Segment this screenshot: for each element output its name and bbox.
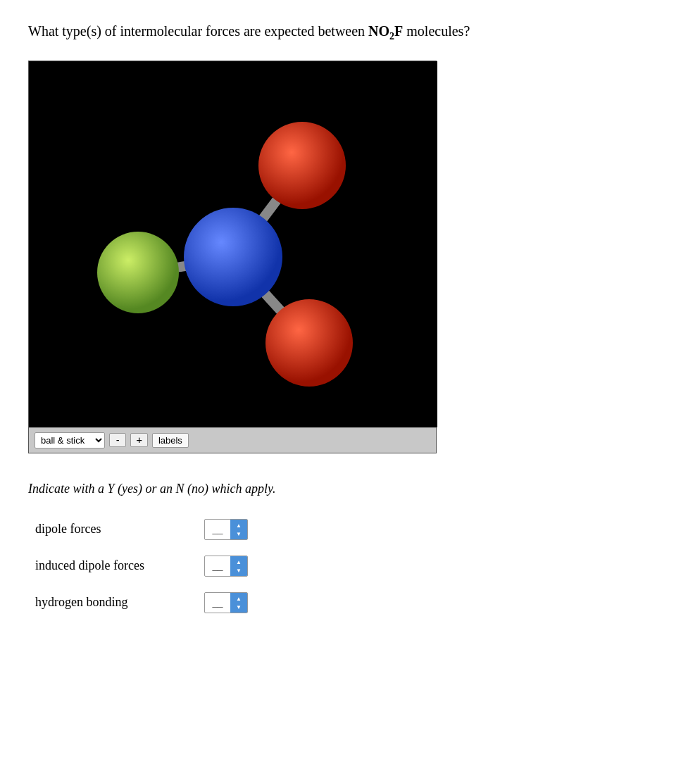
svg-point-5 — [184, 208, 282, 306]
molecule-viewer: ball & stick wireframe stick spacefill -… — [28, 61, 437, 453]
question-text: What type(s) of intermolecular forces ar… — [28, 21, 672, 44]
induced-dipole-blank: __ — [205, 556, 230, 576]
hydrogen-bonding-blank: __ — [205, 593, 230, 613]
hydrogen-bonding-label: hydrogen bonding — [35, 595, 190, 610]
svg-point-6 — [258, 122, 346, 209]
induced-dipole-spinner[interactable] — [230, 556, 247, 576]
view-mode-select[interactable]: ball & stick wireframe stick spacefill — [35, 432, 105, 448]
molecule-canvas — [29, 61, 437, 427]
hydrogen-up-arrow — [236, 594, 242, 602]
viewer-toolbar: ball & stick wireframe stick spacefill -… — [29, 427, 436, 453]
hydrogen-bonding-row: hydrogen bonding __ — [35, 592, 672, 613]
induced-dipole-control: __ — [204, 556, 248, 577]
hydrogen-bonding-control: __ — [204, 592, 248, 613]
dipole-up-arrow — [236, 521, 242, 529]
labels-button[interactable]: labels — [152, 433, 189, 448]
hydrogen-down-arrow — [236, 603, 242, 610]
dipole-forces-control: __ — [204, 519, 248, 540]
induced-up-arrow — [236, 558, 242, 565]
answers-section: dipole forces __ induced dipole forces _… — [35, 519, 672, 613]
svg-point-4 — [97, 232, 179, 313]
hydrogen-bonding-spinner[interactable] — [230, 593, 247, 613]
dipole-forces-row: dipole forces __ — [35, 519, 672, 540]
dipole-down-arrow — [236, 529, 242, 537]
induced-down-arrow — [236, 566, 242, 574]
dipole-forces-blank: __ — [205, 520, 230, 539]
dipole-forces-spinner[interactable] — [230, 520, 247, 539]
svg-point-7 — [265, 299, 353, 387]
dipole-forces-label: dipole forces — [35, 522, 190, 537]
zoom-in-button[interactable]: + — [130, 433, 147, 447]
induced-dipole-row: induced dipole forces __ — [35, 556, 672, 577]
induced-dipole-label: induced dipole forces — [35, 558, 190, 573]
instruction-text: Indicate with a Y (yes) or an N (no) whi… — [28, 482, 672, 496]
molecule-svg — [29, 61, 437, 427]
zoom-out-button[interactable]: - — [109, 433, 126, 447]
